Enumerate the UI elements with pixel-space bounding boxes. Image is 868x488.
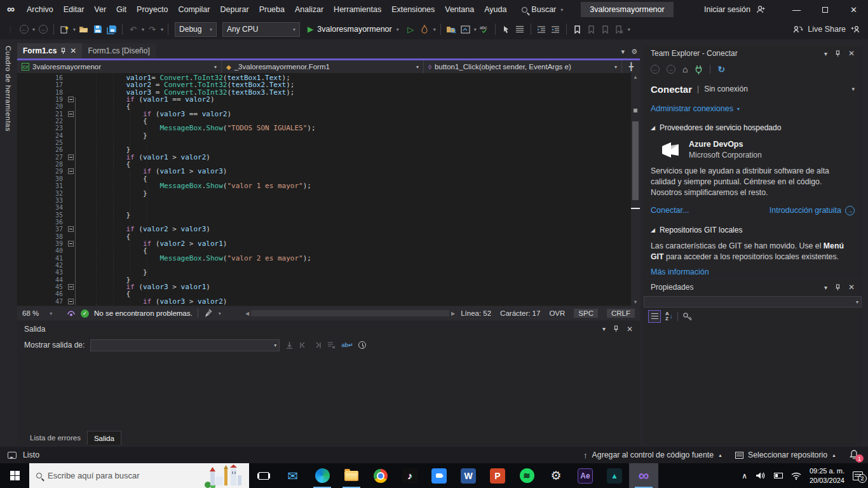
navigate-forward-button[interactable]: → — [37, 22, 49, 36]
taskbar-app-mail[interactable]: ✉ — [278, 463, 308, 488]
increase-indent-button[interactable] — [550, 22, 562, 36]
problems-status[interactable]: No se encontraron problemas. — [94, 309, 193, 317]
fold-collapse-icon[interactable] — [68, 154, 74, 160]
connect-plug-icon[interactable] — [695, 65, 703, 74]
start-button[interactable] — [0, 463, 29, 488]
find-message-icon[interactable] — [285, 341, 294, 349]
taskbar-app-powerpoint[interactable]: P — [483, 463, 512, 488]
solution-configuration-select[interactable]: Debug▾ — [175, 22, 217, 37]
start-without-debugging-button[interactable]: ▷ — [405, 22, 417, 36]
scroll-left-icon[interactable]: ◀ — [243, 311, 251, 316]
next-bookmark-button[interactable] — [599, 22, 611, 36]
close-panel-icon[interactable]: ✕ — [848, 283, 855, 292]
menu-proyecto[interactable]: Proyecto — [132, 0, 173, 19]
panel-menu-chevron-icon[interactable]: ▾ — [824, 50, 827, 57]
fold-collapse-icon[interactable] — [68, 97, 74, 102]
code-cleanup-broom-icon[interactable] — [203, 309, 213, 318]
close-button[interactable]: ✕ — [839, 0, 868, 19]
menu-editar[interactable]: Editar — [58, 0, 90, 19]
toggle-bookmark-button[interactable] — [571, 22, 583, 36]
menu-archivo[interactable]: Archivo — [22, 0, 58, 19]
hscroll-track[interactable] — [251, 310, 449, 316]
sign-in-button[interactable]: Iniciar sesión — [704, 5, 766, 14]
spell-check-button[interactable]: abc — [478, 22, 491, 36]
chevron-down-icon[interactable]: ▾ — [628, 27, 630, 32]
next-message-icon[interactable] — [313, 342, 322, 349]
tab-form1-cs-designer[interactable]: Form1.cs [Diseño] — [82, 43, 155, 58]
tab-salida[interactable]: Salida — [87, 431, 121, 445]
section-local-git-repos[interactable]: ◢ Repositorios GIT locales — [651, 226, 855, 234]
taskbar-app-media[interactable]: ▲ — [600, 463, 629, 488]
chevron-down-icon[interactable]: ▾ — [433, 27, 436, 32]
team-explorer-header[interactable]: Team Explorer - Conectar ▾ ✕ — [651, 46, 855, 61]
clear-bookmarks-button[interactable] — [613, 22, 625, 36]
zoom-select[interactable]: 68 % ▾ — [22, 309, 62, 317]
taskbar-app-edge[interactable] — [308, 463, 337, 488]
taskbar-app-visual-studio[interactable]: ∞ — [629, 463, 658, 488]
back-icon[interactable]: ← — [651, 65, 660, 74]
wifi-icon[interactable] — [791, 472, 801, 480]
code-line[interactable]: 32 } — [17, 190, 640, 197]
alphabetical-sort-button[interactable]: AZ↓ — [665, 311, 673, 322]
tab-lista-de-errores[interactable]: Lista de errores — [24, 431, 87, 445]
scrollbar-thumb[interactable] — [632, 121, 639, 200]
line-ending-indicator[interactable]: CRLF — [607, 309, 635, 318]
panel-menu-chevron-icon[interactable]: ▾ — [824, 284, 827, 291]
taskbar-app-file-explorer[interactable] — [337, 463, 366, 488]
output-panel-header[interactable]: Salida ▾ ✕ — [17, 321, 640, 337]
pin-icon[interactable] — [60, 48, 66, 55]
split-editor-icon[interactable]: ╋ — [622, 60, 640, 73]
fold-collapse-icon[interactable] — [68, 168, 74, 174]
show-hidden-icons-chevron[interactable]: ∧ — [742, 471, 747, 480]
horizontal-scrollbar[interactable]: ◀ ▶ — [243, 309, 457, 318]
scroll-right-icon[interactable]: ▶ — [449, 311, 457, 316]
volume-icon[interactable] — [756, 471, 766, 480]
new-project-button[interactable] — [58, 22, 71, 36]
taskbar-app-word[interactable]: W — [454, 463, 483, 488]
notifications-button[interactable]: 1 — [849, 449, 860, 461]
free-intro-link[interactable]: Introducción gratuita → — [770, 206, 855, 215]
hot-reload-button[interactable] — [419, 22, 431, 36]
menu-compilar[interactable]: Compilar — [173, 0, 215, 19]
chevron-down-icon[interactable]: ▾ — [161, 27, 163, 32]
solution-explorer-button[interactable] — [459, 22, 471, 36]
fold-collapse-icon[interactable] — [68, 299, 74, 304]
menu-extensiones[interactable]: Extensiones — [386, 0, 440, 19]
decrease-indent-button[interactable] — [536, 22, 548, 36]
tab-options-gear-icon[interactable]: ⚙ — [631, 48, 637, 56]
properties-header[interactable]: Propiedades ▾ ✕ — [643, 280, 862, 295]
open-file-button[interactable] — [78, 22, 90, 36]
close-panel-icon[interactable]: ✕ — [848, 49, 855, 58]
save-button[interactable] — [92, 22, 104, 36]
code-line[interactable]: 24 } — [17, 132, 640, 139]
pin-icon[interactable] — [835, 284, 841, 291]
spaces-indicator[interactable]: SPC — [574, 309, 598, 318]
page-select-chevron-icon[interactable]: ▾ — [851, 86, 855, 92]
refresh-icon[interactable]: ↻ — [717, 64, 725, 74]
forward-icon[interactable]: → — [667, 65, 675, 74]
connect-link[interactable]: Conectar... — [651, 206, 689, 215]
code-line[interactable]: 35 } — [17, 212, 640, 219]
categorized-view-button[interactable] — [648, 310, 661, 323]
clear-all-icon[interactable] — [327, 341, 336, 349]
type-dropdown[interactable]: ◆ _3valoresmayormenor.Form1 ▾ — [222, 60, 424, 73]
more-info-link[interactable]: Más información — [651, 268, 855, 276]
chevron-down-icon[interactable]: ▾ — [474, 27, 477, 32]
menu-analizar[interactable]: Analizar — [290, 0, 329, 19]
taskbar-app-settings[interactable]: ⚙ — [541, 463, 571, 488]
taskbar-app-tiktok[interactable]: ♪ — [395, 463, 424, 488]
code-line[interactable]: 33 — [17, 197, 640, 204]
menu-depurar[interactable]: Depurar — [215, 0, 254, 19]
object-select[interactable]: ▾ — [644, 296, 862, 308]
tab-form1-cs[interactable]: Form1.cs ✕ — [17, 43, 82, 58]
feedback-icon[interactable] — [8, 452, 17, 459]
property-pages-key-icon[interactable] — [682, 312, 693, 321]
pin-icon[interactable] — [613, 325, 619, 332]
toolbox-vertical-tab[interactable]: Cuadro de herramientas — [4, 39, 12, 132]
taskbar-clock[interactable]: 09:25 a. m. 20/03/2024 — [810, 466, 844, 485]
close-panel-icon[interactable]: ✕ — [627, 325, 633, 334]
taskbar-app-spotify[interactable]: ≋ — [512, 463, 541, 488]
menu-herramientas[interactable]: Herramientas — [329, 0, 386, 19]
prev-message-icon[interactable] — [299, 342, 308, 349]
close-tab-icon[interactable]: ✕ — [70, 46, 76, 55]
